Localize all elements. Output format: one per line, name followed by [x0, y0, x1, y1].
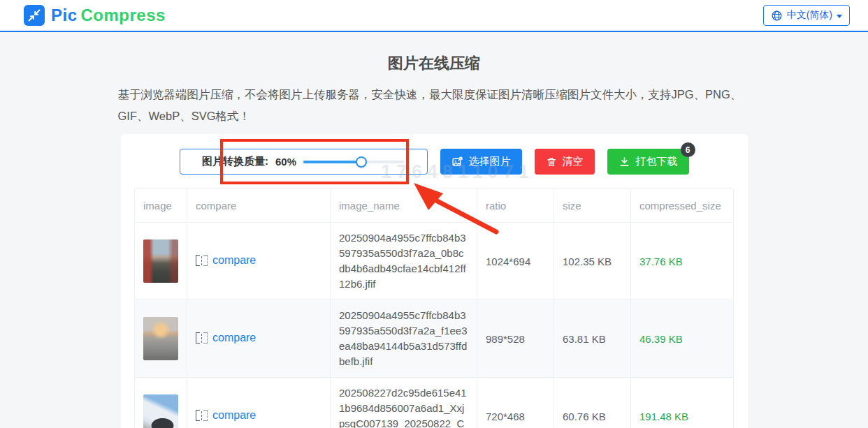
quality-slider-handle[interactable]: [356, 156, 367, 168]
split-view-icon: [196, 332, 208, 344]
compressed-size-cell: 46.39 KB: [631, 300, 734, 378]
page-title: 图片在线压缩: [0, 53, 868, 74]
download-all-button[interactable]: 打包下载 6: [607, 149, 689, 175]
brand-name: PicCompress: [51, 6, 166, 25]
compress-arrows-icon: [24, 5, 45, 26]
column-header-compressed-size: compressed_size: [631, 189, 734, 223]
table-header-row: image compare image_name ratio size comp…: [135, 189, 734, 223]
brand-logo[interactable]: PicCompress: [24, 5, 166, 26]
clear-button[interactable]: 清空: [535, 149, 595, 175]
size-cell: 60.76 KB: [554, 378, 631, 428]
image-name-cell: 202508227d2c95de615e411b9684d856007a6ad1…: [331, 378, 477, 428]
compressed-size-cell: 191.48 KB: [631, 378, 734, 428]
column-header-image: image: [135, 189, 187, 223]
split-view-icon: [196, 255, 208, 266]
quality-slider-fill: [303, 161, 361, 163]
column-header-size: size: [554, 189, 631, 223]
results-table: image compare image_name ratio size comp…: [134, 189, 734, 428]
language-selector-button[interactable]: 中文(简体): [763, 5, 850, 26]
table-row: compare 202508227d2c95de615e411b9684d856…: [135, 378, 734, 428]
globe-icon: [771, 10, 783, 22]
download-icon: [619, 156, 630, 168]
ratio-cell: 989*528: [477, 300, 554, 378]
quality-slider-box: 图片转换质量: 60%: [180, 149, 428, 175]
quality-label: 图片转换质量:: [202, 155, 268, 168]
download-all-label: 打包下载: [636, 155, 678, 168]
compressor-card: 图片转换质量: 60% 选择图片: [121, 134, 748, 428]
ratio-cell: 720*468: [477, 378, 554, 428]
column-header-ratio: ratio: [477, 189, 554, 223]
ratio-cell: 1024*694: [477, 223, 554, 300]
image-thumbnail[interactable]: [143, 394, 178, 428]
split-view-icon: [196, 410, 208, 421]
select-images-label: 选择图片: [469, 155, 511, 168]
table-row: compare 20250904a4955c7ffcb84b3597935a55…: [135, 300, 734, 378]
image-thumbnail[interactable]: [143, 317, 178, 360]
download-count-badge: 6: [681, 142, 695, 157]
table-row: compare 20250904a4955c7ffcb84b3597935a55…: [135, 223, 734, 300]
brand-name-pic: Pic: [51, 6, 78, 24]
size-cell: 102.35 KB: [554, 223, 631, 300]
compare-link[interactable]: compare: [196, 254, 256, 267]
language-selector-label: 中文(简体): [787, 9, 832, 22]
trash-icon: [546, 156, 557, 168]
quality-slider[interactable]: [303, 161, 405, 163]
column-header-image-name: image_name: [331, 189, 477, 223]
select-images-button[interactable]: 选择图片: [440, 149, 522, 175]
chevron-down-icon: [837, 15, 842, 18]
column-header-compare: compare: [187, 189, 331, 223]
image-thumbnail[interactable]: [143, 239, 178, 283]
compare-link-label: compare: [212, 254, 256, 267]
toolbar: 图片转换质量: 60% 选择图片: [121, 149, 748, 175]
image-name-cell: 20250904a4955c7ffcb84b3597935a550d3f7a2a…: [331, 300, 477, 378]
image-name-cell: 20250904a4955c7ffcb84b3597935a550d3f7a2a…: [331, 223, 477, 300]
image-upload-icon: [451, 156, 463, 168]
compressed-size-cell: 37.76 KB: [631, 223, 734, 300]
clear-label: 清空: [563, 155, 584, 168]
brand-name-compress: Compress: [81, 6, 166, 24]
compare-link-label: compare: [212, 332, 256, 344]
page-description: 基于浏览器端图片压缩，不会将图片上传服务器，安全快速，最大限度保证图片清晰压缩图…: [118, 84, 751, 127]
quality-value: 60%: [275, 156, 296, 168]
compare-link-label: compare: [212, 409, 256, 422]
top-header: PicCompress 中文(简体): [0, 0, 868, 32]
compare-link[interactable]: compare: [196, 332, 256, 344]
compare-link[interactable]: compare: [196, 409, 256, 422]
size-cell: 63.81 KB: [554, 300, 631, 378]
